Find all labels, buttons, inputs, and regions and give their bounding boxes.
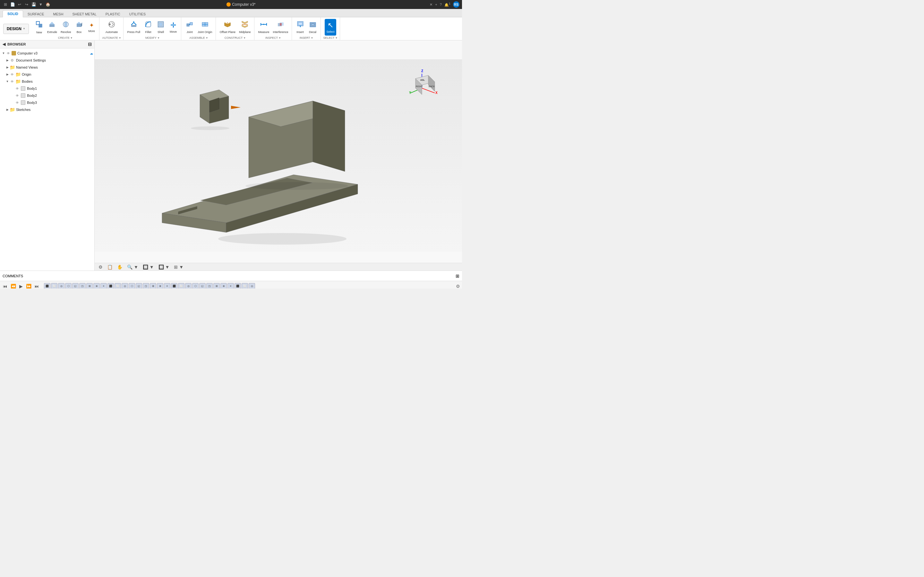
timeline-item[interactable]: ⊕ (157, 283, 163, 289)
undo-icon[interactable]: ↩ (17, 2, 23, 7)
extrude-button[interactable]: Extrude (46, 19, 58, 35)
tree-toggle-named-views[interactable]: ▶ (5, 66, 10, 69)
inspect-group-label[interactable]: INSPECT ▼ (265, 35, 281, 39)
revolve-button[interactable]: Revolve (59, 19, 73, 35)
timeline-item[interactable]: ⊕ (94, 283, 100, 289)
timeline-item[interactable]: ⬛ (234, 283, 241, 289)
tree-item-named-views[interactable]: ▶ 📁 Named Views (0, 64, 94, 71)
create-group-label[interactable]: CREATE ▼ (58, 35, 73, 39)
timeline-item[interactable]: ⬡ (65, 283, 71, 289)
tree-eye-origin[interactable]: 👁 (10, 73, 15, 76)
box-button[interactable]: Box (73, 19, 85, 35)
modify-group-label[interactable]: MODIFY ▼ (145, 35, 160, 39)
insert-button[interactable]: Insert (294, 19, 306, 35)
offset-plane-button[interactable]: Offset Plane (218, 19, 237, 35)
measure-button[interactable]: Measure (257, 19, 271, 35)
timeline-item[interactable]: ◳ (206, 283, 213, 289)
timeline-item[interactable]: ◎ (249, 283, 255, 289)
timeline-item[interactable]: ◳ (79, 283, 86, 289)
tree-item-doc-settings[interactable]: ▶ ⚙ Document Settings (0, 57, 94, 64)
tree-item-bodies[interactable]: ▼ 👁 📁 Bodies (0, 78, 94, 85)
timeline-item[interactable]: ⊞ (150, 283, 156, 289)
timeline-item[interactable]: ⬜ (115, 283, 121, 289)
timeline-item[interactable]: ≡ (228, 283, 234, 289)
timeline-last-button[interactable]: ⏭ (34, 283, 40, 289)
automate-group-label[interactable]: AUTOMATE ▼ (102, 35, 121, 39)
joint-origin-button[interactable]: Joint Origin (196, 19, 214, 35)
timeline-item[interactable]: ⬛ (44, 283, 50, 289)
tree-item-root[interactable]: ▼ 👁 Computer v3 ☁ (0, 50, 94, 57)
timeline-item[interactable]: ⬜ (51, 283, 57, 289)
timeline-item[interactable]: ◱ (72, 283, 79, 289)
timeline-item[interactable]: ◳ (143, 283, 149, 289)
browser-back-icon[interactable]: ◀ (3, 42, 5, 47)
assemble-group-label[interactable]: ASSEMBLE ▼ (189, 35, 208, 39)
help-icon[interactable]: ? (440, 3, 442, 6)
display-mode-button[interactable]: 🔲 ▼ (142, 264, 155, 270)
grid-button[interactable]: ⊞ ▼ (173, 264, 185, 270)
tab-mesh[interactable]: MESH (49, 11, 68, 17)
timeline-item[interactable]: ◎ (185, 283, 192, 289)
timeline-first-button[interactable]: ⏮ (2, 283, 8, 289)
tree-toggle-root[interactable]: ▼ (1, 52, 6, 55)
timeline-item[interactable]: ⬡ (192, 283, 199, 289)
pan-button[interactable]: ✋ (116, 264, 124, 270)
tree-toggle-bodies[interactable]: ▼ (5, 80, 10, 83)
timeline-item[interactable]: ⬡ (129, 283, 135, 289)
joint-button[interactable]: Joint (184, 19, 195, 35)
browser-collapse-icon[interactable]: ⊟ (88, 42, 92, 47)
tree-toggle-origin[interactable]: ▶ (5, 73, 10, 76)
tree-item-origin[interactable]: ▶ 👁 📁 Origin (0, 71, 94, 78)
tree-eye-bodies[interactable]: 👁 (10, 80, 15, 83)
home-icon[interactable]: 🏠 (45, 2, 51, 7)
timeline-item[interactable]: ≡ (100, 283, 107, 289)
window-controls[interactable]: ⊞ 📄 ↩ ↪ 💾 ▼ 🏠 (3, 2, 51, 7)
select-button[interactable]: ↖ Select (325, 19, 336, 35)
tab-solid[interactable]: SOLID (3, 10, 23, 17)
press-pull-button[interactable]: Press Pull (126, 19, 142, 35)
timeline-next-button[interactable]: ⏩ (25, 283, 32, 289)
file-icon[interactable]: 📄 (10, 2, 15, 7)
tree-item-sketches[interactable]: ▶ 📁 Sketches (0, 106, 94, 113)
zoom-button[interactable]: 🔍 ▼ (126, 264, 140, 270)
select-group-label[interactable]: SELECT ▼ (323, 35, 338, 39)
tree-eye-root[interactable]: 👁 (6, 52, 11, 55)
notification-icon[interactable]: 🔔1 (444, 2, 451, 7)
tree-item-body1[interactable]: 👁 Body1 (0, 85, 94, 92)
more-icon[interactable]: ▼ (38, 2, 44, 7)
app-menu-icon[interactable]: ⊞ (3, 2, 8, 7)
timeline-item[interactable]: ◱ (136, 283, 142, 289)
timeline-item[interactable]: ◎ (121, 283, 128, 289)
timeline-item[interactable]: ⬛ (107, 283, 114, 289)
tab-utilities[interactable]: UTILITIES (125, 11, 150, 17)
timeline-item[interactable]: ⊞ (213, 283, 220, 289)
timeline-item[interactable]: ◎ (58, 283, 65, 289)
redo-icon[interactable]: ↪ (24, 2, 29, 7)
design-dropdown[interactable]: DESIGN ▼ (3, 24, 29, 34)
timeline-item[interactable]: ⬜ (178, 283, 184, 289)
tab-surface[interactable]: SURFACE (23, 11, 49, 17)
decal-button[interactable]: Decal (307, 19, 318, 35)
tree-toggle-doc[interactable]: ▶ (5, 59, 10, 62)
tree-item-body2[interactable]: 👁 Body2 (0, 92, 94, 99)
tree-toggle-sketches[interactable]: ▶ (5, 108, 10, 111)
timeline-item[interactable]: ⬛ (171, 283, 178, 289)
tree-eye-body3[interactable]: 👁 (15, 101, 20, 105)
viewport[interactable]: Z X Y ASL RIGHT BACK ⚙ 📋 ✋ 🔍 ▼ (95, 40, 462, 271)
interference-button[interactable]: Interference (272, 19, 290, 35)
timeline-item[interactable]: ≡ (164, 283, 170, 289)
midplane-button[interactable]: Midplane (238, 19, 252, 35)
timeline-settings-icon[interactable]: ⚙ (456, 284, 460, 289)
save-icon[interactable]: 💾 (31, 2, 37, 7)
close-icon[interactable]: ✕ (430, 3, 433, 7)
shell-button[interactable]: Shell (155, 19, 166, 35)
tree-eye-body2[interactable]: 👁 (15, 94, 20, 97)
tab-plastic[interactable]: PLASTIC (101, 11, 125, 17)
timeline-play-button[interactable]: ▶ (18, 283, 24, 289)
new-tab-icon[interactable]: + (435, 3, 437, 6)
camera-button[interactable]: 📋 (106, 264, 114, 270)
timeline-item[interactable]: ⊞ (86, 283, 93, 289)
tree-item-body3[interactable]: 👁 Body3 (0, 99, 94, 106)
visual-style-button[interactable]: 🔲 ▼ (157, 264, 171, 270)
construct-group-label[interactable]: CONSTRUCT ▼ (225, 35, 246, 39)
